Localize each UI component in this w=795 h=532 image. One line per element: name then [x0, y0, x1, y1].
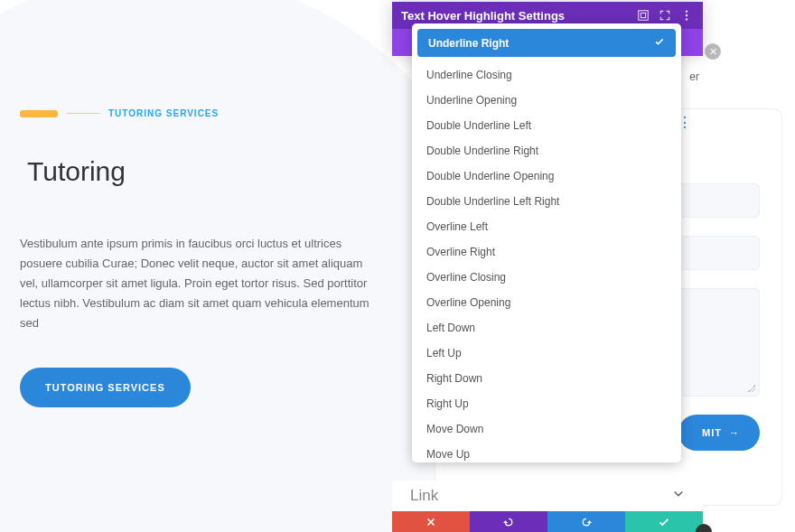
check-icon: [654, 36, 665, 50]
svg-point-3: [686, 14, 687, 16]
svg-point-2: [686, 10, 687, 12]
arrow-right-icon: →: [729, 427, 740, 438]
dropdown-option-label: Double Underline Opening: [426, 170, 554, 182]
panel-action-bar: [392, 511, 703, 532]
dropdown-option-label: Right Up: [426, 397, 469, 410]
save-button[interactable]: [625, 511, 703, 532]
dropdown-option[interactable]: Move Up: [412, 442, 681, 462]
link-section-header[interactable]: Link: [392, 481, 703, 511]
dropdown-option-label: Move Up: [426, 448, 470, 461]
dropdown-option-label: Overline Closing: [426, 271, 506, 284]
dropdown-option[interactable]: Move Down: [412, 416, 681, 442]
link-section-label: Link: [410, 487, 438, 505]
dropdown-option-label: Underline Right: [428, 37, 509, 50]
dropdown-option[interactable]: Left Up: [412, 341, 681, 366]
dropdown-option-label: Double Underline Left Right: [426, 195, 559, 208]
header-tab-fragment: er: [689, 70, 699, 83]
page-paragraph: Vestibulum ante ipsum primis in faucibus…: [20, 234, 381, 333]
eyebrow-accent-line: [67, 113, 99, 114]
dropdown-option[interactable]: Right Down: [412, 366, 681, 391]
panel-title: Text Hover Highlight Settings: [401, 9, 565, 23]
dropdown-option[interactable]: Double Underline Left: [412, 113, 681, 138]
dropdown-option[interactable]: Overline Right: [412, 239, 681, 265]
drag-handle-icon[interactable]: [636, 8, 650, 23]
dropdown-option-label: Underline Opening: [426, 94, 517, 107]
dropdown-option-label: Right Down: [426, 372, 482, 385]
dropdown-option[interactable]: Overline Left: [412, 214, 681, 239]
dropdown-option[interactable]: Overline Opening: [412, 290, 681, 315]
tutoring-services-button[interactable]: TUTORING SERVICES: [20, 368, 191, 407]
redo-button[interactable]: [547, 511, 625, 532]
discard-button[interactable]: [392, 511, 470, 532]
form-submit-button[interactable]: MIT →: [678, 415, 760, 451]
eyebrow-row: TUTORING SERVICES: [20, 108, 381, 118]
dropdown-option[interactable]: Underline Opening: [412, 88, 681, 113]
dropdown-option-label: Double Underline Right: [426, 145, 538, 157]
dropdown-option[interactable]: Overline Closing: [412, 265, 681, 290]
close-icon[interactable]: ✕: [705, 43, 721, 60]
dropdown-option[interactable]: Double Underline Right: [412, 138, 681, 163]
eyebrow-text: TUTORING SERVICES: [108, 108, 219, 118]
more-vertical-icon[interactable]: [679, 8, 694, 23]
chevron-down-icon: [672, 487, 685, 505]
dropdown-option[interactable]: Double Underline Left Right: [412, 189, 681, 214]
dropdown-option-label: Overline Right: [426, 246, 495, 258]
dropdown-option-label: Underline Closing: [426, 69, 512, 81]
page-content: TUTORING SERVICES Tutoring Vestibulum an…: [20, 108, 381, 407]
form-submit-label: MIT: [702, 427, 722, 438]
dropdown-option[interactable]: Double Underline Opening: [412, 163, 681, 189]
dropdown-option[interactable]: Right Up: [412, 391, 681, 416]
page-title: Tutoring: [27, 156, 381, 187]
dropdown-option-label: Overline Opening: [426, 296, 510, 309]
svg-point-4: [686, 18, 687, 20]
dropdown-option[interactable]: Underline Right: [417, 29, 676, 57]
expand-icon[interactable]: [658, 8, 672, 23]
dropdown-option[interactable]: Left Down: [412, 315, 681, 341]
corner-handle-icon[interactable]: [696, 524, 712, 532]
dropdown-option-label: Overline Left: [426, 220, 488, 233]
svg-rect-0: [639, 11, 649, 21]
dropdown-option-label: Double Underline Left: [426, 119, 531, 132]
highlight-style-dropdown[interactable]: Underline RightUnderline ClosingUnderlin…: [412, 23, 681, 462]
dropdown-option-label: Left Up: [426, 347, 462, 359]
dropdown-option[interactable]: Underline Closing: [412, 62, 681, 88]
eyebrow-accent-bar: [20, 110, 58, 117]
dropdown-option-label: Move Down: [426, 423, 483, 435]
dropdown-option-label: Left Down: [426, 322, 475, 334]
svg-rect-1: [641, 13, 645, 17]
undo-button[interactable]: [470, 511, 547, 532]
